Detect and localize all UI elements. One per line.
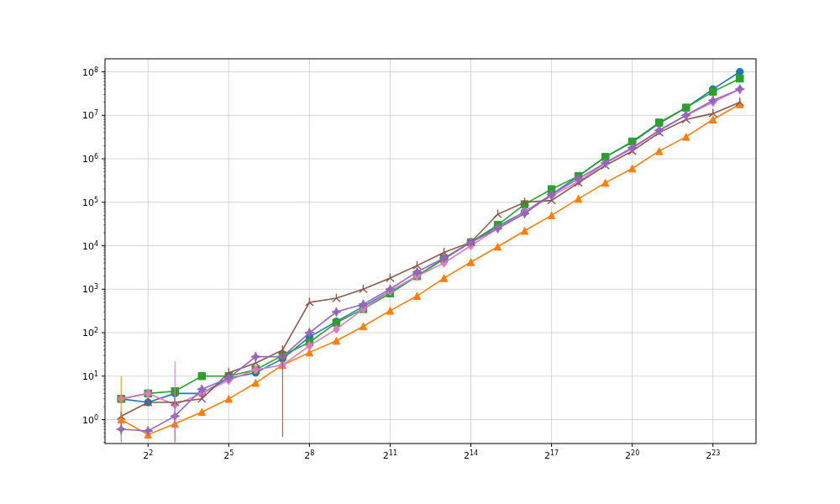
y-tick-label: 103 <box>82 283 98 296</box>
x-tick-label: 214 <box>464 449 478 462</box>
chart-container: 2225282112142172202231001011021031041051… <box>0 0 840 504</box>
x-tick-label: 25 <box>223 449 234 462</box>
y-tick-label: 108 <box>82 66 98 78</box>
x-tick-label: 211 <box>383 449 397 462</box>
x-tick-label: 217 <box>544 449 559 462</box>
x-tick-label: 223 <box>706 449 720 462</box>
y-tick-label: 106 <box>82 153 98 165</box>
y-tick-label: 101 <box>82 370 98 382</box>
svg-rect-177 <box>710 88 717 95</box>
y-tick-label: 104 <box>82 239 98 252</box>
x-tick-label: 220 <box>625 449 639 462</box>
svg-point-130 <box>737 68 743 75</box>
y-tick-label: 107 <box>82 109 98 122</box>
y-tick-label: 100 <box>82 413 98 426</box>
y-tick-label: 105 <box>82 196 98 208</box>
x-tick-label: 28 <box>304 449 314 462</box>
svg-rect-158 <box>198 373 205 380</box>
x-tick-label: 22 <box>143 449 153 462</box>
svg-rect-178 <box>737 75 743 81</box>
y-tick-label: 102 <box>82 327 98 339</box>
chart-svg: 2225282112142172202231001011021031041051… <box>0 0 840 504</box>
